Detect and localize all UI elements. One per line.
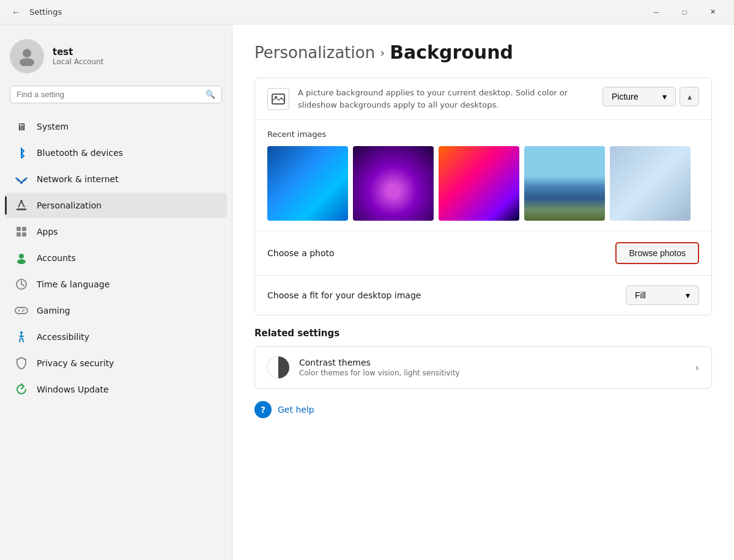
search-box: 🔍 — [10, 86, 222, 103]
personalization-icon — [15, 199, 28, 212]
sidebar-item-label: System — [37, 122, 69, 131]
gaming-icon — [15, 304, 28, 317]
collapse-button[interactable]: ▴ — [680, 87, 699, 106]
background-type-section: A picture background applies to your cur… — [255, 78, 711, 120]
sidebar-item-label: Personalization — [37, 201, 102, 210]
contrast-icon — [267, 356, 289, 378]
thumbnail-1[interactable] — [267, 146, 348, 221]
svg-point-4 — [20, 200, 23, 202]
network-icon — [15, 172, 28, 186]
thumbnail-4[interactable] — [524, 146, 605, 221]
app-window: test Local Account 🔍 🖥 System Bluetooth … — [0, 24, 734, 560]
main-content: Personalization › Background A picture b… — [232, 24, 734, 560]
sidebar-item-accessibility[interactable]: Accessibility — [5, 324, 227, 350]
sidebar-item-privacy[interactable]: Privacy & security — [5, 350, 227, 376]
images-grid — [267, 146, 699, 221]
background-settings-card: A picture background applies to your cur… — [254, 78, 712, 315]
svg-point-2 — [20, 182, 23, 184]
titlebar: ← Settings ─ □ ✕ — [0, 0, 734, 24]
svg-rect-6 — [22, 227, 26, 231]
sidebar-item-label: Time & language — [37, 279, 109, 289]
related-item-title: Contrast themes — [299, 358, 686, 367]
browse-photos-button[interactable]: Browse photos — [615, 242, 699, 264]
update-icon — [15, 383, 28, 396]
related-item-desc: Color themes for low vision, light sensi… — [299, 369, 686, 377]
image-icon — [267, 88, 289, 110]
breadcrumb: Personalization › Background — [254, 42, 712, 63]
thumbnail-3[interactable] — [439, 146, 519, 221]
sidebar-item-accounts[interactable]: Accounts — [5, 245, 227, 271]
sidebar-item-network[interactable]: Network & internet — [5, 166, 227, 192]
system-icon: 🖥 — [15, 120, 28, 133]
svg-point-9 — [19, 254, 24, 259]
window-controls: ─ □ ✕ — [642, 2, 727, 22]
sidebar-item-label: Windows Update — [37, 385, 109, 394]
fit-row: Choose a fit for your desktop image Fill… — [255, 276, 711, 315]
sidebar-item-label: Bluetooth & devices — [37, 148, 123, 158]
get-help-link[interactable]: Get help — [278, 405, 314, 414]
chevron-down-icon: ▾ — [686, 290, 690, 300]
related-settings-heading: Related settings — [254, 328, 712, 339]
sidebar-item-system[interactable]: 🖥 System — [5, 114, 227, 139]
recent-images-section: Recent images — [255, 120, 711, 231]
apps-icon — [15, 225, 28, 238]
sidebar: test Local Account 🔍 🖥 System Bluetooth … — [0, 24, 232, 560]
chevron-right-icon: › — [695, 362, 699, 374]
bluetooth-icon — [15, 146, 28, 160]
svg-point-1 — [20, 58, 34, 66]
breadcrumb-parent[interactable]: Personalization — [254, 43, 375, 62]
privacy-icon — [15, 356, 28, 370]
search-icon: 🔍 — [206, 90, 215, 99]
accounts-icon — [15, 251, 28, 265]
related-settings-card: Contrast themes Color themes for low vis… — [254, 346, 712, 389]
back-button[interactable]: ← — [7, 4, 24, 21]
search-input[interactable] — [17, 90, 201, 99]
search-container: 🔍 — [0, 86, 232, 113]
avatar — [10, 39, 44, 73]
svg-point-14 — [22, 311, 23, 312]
svg-rect-3 — [17, 208, 26, 210]
minimize-button[interactable]: ─ — [642, 2, 670, 22]
accessibility-icon — [15, 330, 28, 344]
svg-point-0 — [23, 49, 31, 57]
background-type-controls: Picture ▾ ▴ — [602, 87, 699, 106]
related-item-text: Contrast themes Color themes for low vis… — [299, 358, 686, 377]
fit-label: Choose a fit for your desktop image — [267, 290, 421, 300]
sidebar-item-gaming[interactable]: Gaming — [5, 298, 227, 323]
choose-photo-row: Choose a photo Browse photos — [255, 231, 711, 276]
sidebar-item-apps[interactable]: Apps — [5, 219, 227, 245]
svg-rect-12 — [15, 308, 28, 314]
sidebar-item-label: Gaming — [37, 306, 70, 315]
sidebar-item-time[interactable]: Time & language — [5, 271, 227, 297]
breadcrumb-separator: › — [380, 45, 385, 60]
fit-dropdown[interactable]: Fill ▾ — [626, 286, 699, 305]
sidebar-item-label: Apps — [37, 227, 58, 237]
svg-rect-8 — [22, 232, 26, 237]
sidebar-item-update[interactable]: Windows Update — [5, 377, 227, 402]
contrast-themes-row[interactable]: Contrast themes Color themes for low vis… — [255, 347, 711, 388]
sidebar-item-label: Accounts — [37, 253, 76, 263]
recent-images-label: Recent images — [267, 130, 699, 139]
chevron-down-icon: ▾ — [662, 92, 667, 101]
background-type-dropdown[interactable]: Picture ▾ — [602, 87, 676, 106]
thumbnail-2[interactable] — [353, 146, 434, 221]
choose-photo-label: Choose a photo — [267, 248, 335, 258]
page-title: Background — [390, 42, 513, 63]
sidebar-item-personalization[interactable]: Personalization — [5, 193, 227, 218]
svg-point-10 — [17, 259, 26, 264]
get-help-section: ? Get help — [254, 399, 712, 421]
titlebar-title: Settings — [29, 7, 642, 17]
help-icon: ? — [254, 401, 272, 418]
svg-rect-5 — [17, 227, 21, 231]
svg-point-13 — [23, 309, 24, 311]
sidebar-item-label: Accessibility — [37, 332, 89, 342]
user-info: test Local Account — [53, 46, 103, 66]
close-button[interactable]: ✕ — [699, 2, 727, 22]
maximize-button[interactable]: □ — [670, 2, 699, 22]
svg-point-15 — [20, 331, 23, 334]
user-name: test — [53, 46, 103, 57]
user-profile[interactable]: test Local Account — [0, 34, 232, 86]
user-type: Local Account — [53, 57, 103, 66]
sidebar-item-bluetooth[interactable]: Bluetooth & devices — [5, 140, 227, 166]
thumbnail-5[interactable] — [610, 146, 691, 221]
